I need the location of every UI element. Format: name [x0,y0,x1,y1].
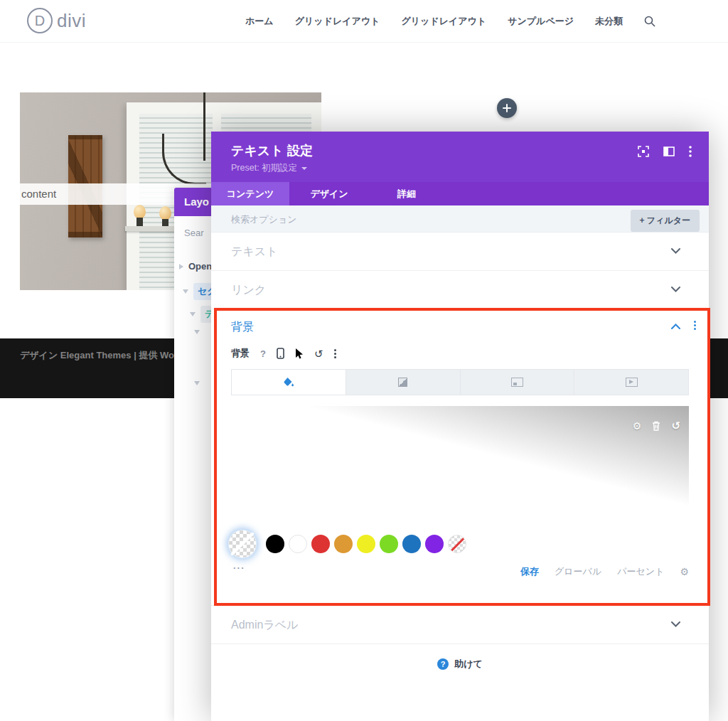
expand-modal-icon[interactable] [638,146,649,157]
modal-header: テキスト 設定 Preset: 初期設定 [211,132,709,182]
accordion-title: テキスト [231,245,278,260]
tree-item-collapsed[interactable] [194,381,200,385]
modal-tabbar: コンテンツ デザイン 詳細 [211,182,709,205]
swatch-yellow[interactable] [357,535,375,553]
hover-cursor-icon[interactable] [295,348,304,359]
current-color-swatch-transparent[interactable] [229,530,256,557]
layers-search-placeholder: Sear [184,228,203,238]
paint-bucket-icon [283,377,294,388]
caret-down-icon[interactable] [190,312,196,316]
background-gradient-tab[interactable] [346,370,461,395]
help-link[interactable]: ? 助けて [211,658,709,671]
swatch-transparent-none[interactable] [448,535,466,553]
field-help-icon[interactable]: ? [260,348,266,359]
search-icon[interactable] [644,16,655,27]
accordion-section-admin-label[interactable]: Adminラベル [211,606,709,644]
save-color-link[interactable]: 保存 [520,565,539,578]
global-color-link[interactable]: グローバル [555,565,601,578]
background-field-row: 背景 ? ↺ [231,347,336,360]
swatch-white[interactable] [289,535,307,553]
modal-kebab-menu-icon[interactable] [689,146,692,157]
accordion-section-background: 背景 背景 ? ↺ [211,309,709,606]
swatch-purple[interactable] [425,535,444,553]
caret-down-icon[interactable] [183,289,188,294]
tree-item-label: Open [188,261,212,272]
caret-down-icon[interactable] [194,381,200,385]
help-question-icon: ? [437,658,449,670]
logo-d-icon: D [27,8,53,33]
logo-letter: D [35,13,45,29]
color-preview-area[interactable]: ⚙ ↺ [231,406,689,525]
modal-title: テキスト 設定 [231,142,313,159]
tab-content[interactable]: コンテンツ [211,182,289,205]
more-swatches-button[interactable]: ... [233,561,245,570]
photo-bulb [134,205,146,219]
background-image-tab[interactable] [461,370,575,395]
video-icon [626,378,638,387]
background-section-title[interactable]: 背景 [231,320,254,335]
preset-dropdown[interactable]: Preset: 初期設定 [231,162,307,174]
preset-label: Preset: 初期設定 [231,162,297,174]
logo-word: divi [57,10,86,32]
background-video-tab[interactable] [574,370,688,395]
tree-item-open[interactable]: Open [179,261,212,272]
background-type-tabs [231,369,689,395]
preview-settings-gear-icon[interactable]: ⚙ [633,421,642,431]
nav-item-uncategorized[interactable]: 未分類 [595,15,623,28]
section-kebab-menu-icon[interactable] [694,321,696,330]
chevron-down-icon [671,621,680,627]
chevron-up-icon[interactable] [671,324,680,329]
background-field-label: 背景 [231,347,250,360]
nav-item-grid-layout-2[interactable]: グリッドレイアウト [401,15,486,28]
filter-button[interactable]: + フィルター [631,210,700,232]
field-kebab-menu-icon[interactable] [334,349,336,358]
swatch-black[interactable] [266,535,284,553]
text-settings-modal: テキスト 設定 Preset: 初期設定 コンテンツ デザイン 詳細 検索オプシ… [211,132,709,721]
accordion-section-link[interactable]: リンク [211,271,709,309]
swatch-green[interactable] [380,535,398,553]
responsive-phone-icon[interactable] [277,348,284,359]
gradient-icon [398,378,407,387]
chevron-down-icon [671,287,680,292]
tree-item-collapsed[interactable] [194,330,200,334]
layers-search-input[interactable]: Sear [184,228,203,238]
accordion-title: Adminラベル [231,618,298,633]
modal-header-actions [638,146,692,157]
options-search-row: 検索オプション + フィルター [211,205,709,233]
caret-down-icon [301,167,307,170]
add-section-button[interactable] [497,98,517,118]
plus-icon [503,104,511,112]
chevron-down-icon [671,248,680,254]
tab-design[interactable]: デザイン [289,182,369,205]
caret-down-icon[interactable] [194,330,200,334]
nav-item-grid-layout-1[interactable]: グリッドレイアウト [295,15,380,28]
nav-item-home[interactable]: ホーム [245,15,274,28]
split-view-icon[interactable] [663,146,675,156]
footer-credit: デザイン Elegant Themes | 提供 Word [20,349,183,362]
top-navbar: D divi ホーム グリッドレイアウト グリッドレイアウト サンプルページ 未… [0,0,728,43]
swatch-orange[interactable] [334,535,353,553]
preview-undo-icon[interactable]: ↺ [671,420,680,431]
accordion-section-text[interactable]: テキスト [211,233,709,271]
image-icon [511,378,523,387]
preview-actions: ⚙ ↺ [633,420,680,431]
help-label: 助けて [454,658,483,671]
swatch-blue[interactable] [402,535,421,553]
tab-advanced[interactable]: 詳細 [369,182,444,205]
layers-panel-title: Layo [184,196,209,208]
accordion-title: リンク [231,283,266,298]
color-settings-gear-icon[interactable]: ⚙ [680,567,689,577]
color-actions-row: 保存 グローバル パーセント ⚙ [520,565,689,578]
options-search-input[interactable]: 検索オプション [231,213,297,226]
photo-bulb [159,206,171,220]
reset-undo-icon[interactable]: ↺ [314,348,323,359]
preview-delete-trash-icon[interactable] [652,421,660,431]
caret-right-icon[interactable] [179,264,183,269]
color-swatch-row [229,530,466,557]
nav-item-sample-page[interactable]: サンプルページ [508,15,574,28]
primary-nav: ホーム グリッドレイアウト グリッドレイアウト サンプルページ 未分類 [245,0,655,43]
background-color-tab[interactable] [232,370,346,395]
swatch-red[interactable] [311,535,330,553]
site-logo[interactable]: D divi [27,8,86,33]
percent-link[interactable]: パーセント [617,565,664,578]
